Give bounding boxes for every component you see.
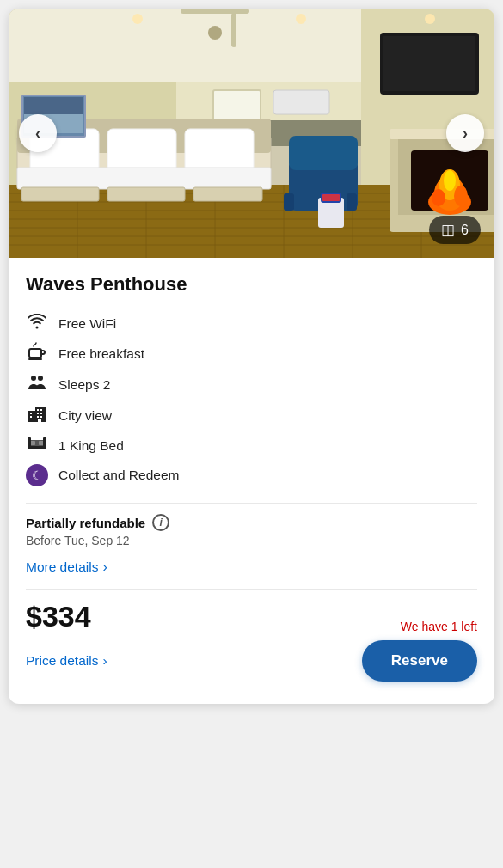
photo-count-number: 6 bbox=[461, 223, 469, 238]
moon-icon: ☾ bbox=[32, 468, 43, 482]
svg-rect-82 bbox=[28, 437, 31, 449]
camera-icon: ◫ bbox=[441, 221, 455, 239]
amenity-bed-label: 1 King Bed bbox=[58, 438, 124, 454]
coffee-icon bbox=[26, 342, 48, 365]
amenity-wifi-label: Free WiFi bbox=[58, 316, 116, 332]
more-details-button[interactable]: More details › bbox=[26, 556, 107, 578]
info-button[interactable]: i bbox=[152, 514, 169, 531]
svg-rect-75 bbox=[37, 416, 39, 418]
svg-rect-45 bbox=[284, 193, 294, 211]
amenity-breakfast: Free breakfast bbox=[26, 338, 477, 370]
amenity-breakfast-label: Free breakfast bbox=[58, 346, 144, 362]
svg-point-66 bbox=[38, 376, 43, 381]
pricing-row: $334 We have 1 left bbox=[26, 600, 477, 633]
svg-rect-15 bbox=[383, 36, 475, 91]
svg-rect-71 bbox=[37, 409, 39, 411]
card-content: Waves Penthouse Free WiFi bbox=[9, 258, 494, 704]
hotel-card: ‹ › ◫ 6 Waves Penthouse bbox=[9, 9, 494, 704]
svg-rect-83 bbox=[43, 437, 46, 449]
property-title: Waves Penthouse bbox=[26, 273, 477, 296]
prev-image-button[interactable]: ‹ bbox=[19, 114, 57, 152]
svg-rect-4 bbox=[231, 13, 236, 47]
amenity-bed: 1 King Bed bbox=[26, 431, 477, 460]
svg-rect-36 bbox=[21, 187, 99, 201]
svg-point-56 bbox=[444, 170, 456, 191]
divider bbox=[26, 503, 477, 504]
wifi-icon bbox=[26, 314, 48, 333]
svg-rect-73 bbox=[37, 413, 39, 414]
svg-rect-37 bbox=[107, 187, 185, 201]
more-details-label: More details bbox=[26, 559, 98, 575]
next-image-button[interactable]: › bbox=[446, 114, 484, 152]
chevron-right-icon-2: › bbox=[102, 653, 107, 669]
chevron-right-icon: › bbox=[102, 559, 107, 575]
amenity-sleeps: Sleeps 2 bbox=[26, 370, 477, 400]
photo-count-badge: ◫ 6 bbox=[429, 216, 481, 244]
svg-point-2 bbox=[208, 26, 222, 40]
svg-point-65 bbox=[31, 376, 36, 381]
svg-rect-76 bbox=[40, 416, 42, 418]
svg-rect-44 bbox=[289, 136, 358, 170]
price-details-button[interactable]: Price details › bbox=[26, 653, 107, 669]
svg-rect-77 bbox=[38, 419, 41, 422]
svg-rect-38 bbox=[193, 187, 262, 201]
svg-rect-70 bbox=[30, 416, 32, 418]
availability-badge: We have 1 left bbox=[401, 620, 477, 633]
svg-rect-12 bbox=[273, 90, 329, 114]
svg-rect-35 bbox=[17, 168, 271, 189]
chevron-right-icon: › bbox=[463, 125, 468, 143]
amenity-wifi: Free WiFi bbox=[26, 309, 477, 338]
svg-point-62 bbox=[425, 14, 435, 24]
refund-date: Before Tue, Sep 12 bbox=[26, 534, 477, 547]
bed-icon bbox=[26, 436, 48, 455]
image-container: ‹ › ◫ 6 bbox=[9, 9, 494, 258]
bottom-row: Price details › Reserve bbox=[26, 640, 477, 695]
amenities-list: Free WiFi Free breakfast bbox=[26, 309, 477, 491]
reserve-label: Reserve bbox=[391, 652, 448, 669]
amenity-collect: ☾ Collect and Redeem bbox=[26, 460, 477, 491]
divider-2 bbox=[26, 589, 477, 590]
svg-rect-48 bbox=[322, 193, 340, 202]
svg-rect-3 bbox=[181, 9, 249, 14]
svg-rect-74 bbox=[40, 413, 42, 414]
amenity-view-label: City view bbox=[58, 408, 112, 424]
svg-rect-41 bbox=[24, 97, 83, 114]
svg-point-60 bbox=[132, 14, 143, 24]
price-details-label: Price details bbox=[26, 653, 98, 669]
amenity-collect-label: Collect and Redeem bbox=[58, 468, 179, 483]
svg-point-57 bbox=[432, 189, 445, 206]
svg-rect-69 bbox=[30, 413, 32, 414]
svg-rect-72 bbox=[40, 409, 42, 411]
amenity-view: City view bbox=[26, 400, 477, 431]
refundable-label: Partially refundable bbox=[26, 516, 145, 530]
svg-rect-46 bbox=[347, 193, 357, 211]
amenity-sleeps-label: Sleeps 2 bbox=[58, 377, 110, 393]
chevron-left-icon: ‹ bbox=[35, 125, 40, 143]
people-icon bbox=[26, 374, 48, 395]
building-icon bbox=[26, 404, 48, 427]
reserve-button[interactable]: Reserve bbox=[362, 640, 477, 682]
svg-point-61 bbox=[296, 14, 306, 24]
refundable-row: Partially refundable i bbox=[26, 514, 477, 531]
svg-rect-63 bbox=[29, 349, 41, 358]
price: $334 bbox=[26, 600, 91, 633]
collect-redeem-icon: ☾ bbox=[26, 464, 48, 486]
svg-point-58 bbox=[454, 186, 468, 206]
